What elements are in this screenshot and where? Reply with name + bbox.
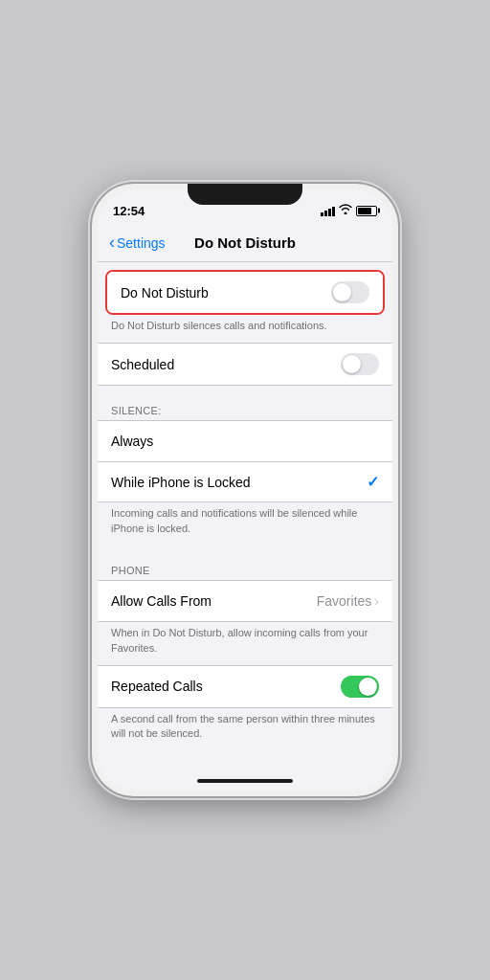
dnd-toggle[interactable]: [331, 281, 369, 303]
silence-section: Always While iPhone is Locked ✓: [98, 420, 392, 502]
back-chevron-icon: ‹: [109, 233, 115, 253]
spacer-2: [98, 546, 392, 557]
always-label: Always: [111, 434, 153, 449]
checkmark-icon: ✓: [367, 473, 379, 491]
silence-header: SILENCE:: [98, 397, 392, 420]
status-icons: [321, 204, 377, 217]
dnd-highlight-wrapper: Do Not Disturb: [98, 270, 392, 315]
wifi-icon: [339, 204, 352, 217]
dnd-toggle-label: Do Not Disturb: [121, 285, 209, 301]
battery-icon: [356, 206, 377, 216]
home-indicator: [98, 771, 392, 791]
allow-calls-description: When in Do Not Disturb, allow incoming c…: [98, 622, 392, 665]
repeated-calls-toggle[interactable]: [341, 676, 379, 698]
phone-group: PHONE Allow Calls From Favorites › When …: [98, 557, 392, 751]
status-time: 12:54: [113, 204, 145, 218]
dnd-driving-header: DO NOT DISTURB WHILE DRIVING: [98, 763, 392, 771]
allow-calls-value: Favorites: [317, 593, 372, 609]
repeated-calls-item: Repeated Calls: [98, 666, 392, 707]
dnd-toggle-item: Do Not Disturb: [107, 272, 383, 313]
phone-frame: 12:54: [92, 184, 398, 796]
phone-section: Allow Calls From Favorites ›: [98, 580, 392, 622]
scheduled-item: Scheduled: [98, 344, 392, 385]
allow-calls-item[interactable]: Allow Calls From Favorites ›: [98, 581, 392, 621]
dnd-driving-group: DO NOT DISTURB WHILE DRIVING Activate Ma…: [98, 763, 392, 771]
scheduled-label: Scheduled: [111, 357, 174, 372]
while-locked-item[interactable]: While iPhone is Locked ✓: [98, 461, 392, 501]
scheduled-toggle[interactable]: [341, 353, 379, 375]
dnd-toggle-thumb: [333, 283, 351, 301]
allow-calls-value-wrapper: Favorites ›: [317, 593, 379, 609]
dnd-toggle-section: Do Not Disturb: [105, 270, 385, 315]
nav-bar: ‹ Settings Do Not Disturb: [98, 224, 392, 262]
dnd-description: Do Not Disturb silences calls and notifi…: [98, 315, 392, 343]
screen: 12:54: [98, 189, 392, 791]
scheduled-section: Scheduled: [98, 343, 392, 386]
phone-header: PHONE: [98, 557, 392, 580]
silence-group: SILENCE: Always While iPhone is Locked ✓…: [98, 397, 392, 546]
spacer-3: [98, 751, 392, 763]
content-area: Do Not Disturb Do Not Disturb silences c…: [98, 262, 392, 771]
signal-icon: [321, 206, 335, 216]
repeated-calls-thumb: [359, 678, 377, 696]
always-item[interactable]: Always: [98, 421, 392, 461]
back-button[interactable]: ‹ Settings: [109, 233, 166, 253]
allow-calls-label: Allow Calls From: [111, 593, 212, 609]
back-label: Settings: [117, 235, 166, 251]
repeated-calls-section: Repeated Calls: [98, 665, 392, 708]
page-title: Do Not Disturb: [194, 234, 296, 251]
scheduled-toggle-thumb: [343, 355, 361, 373]
spacer-1: [98, 386, 392, 397]
repeated-calls-description: A second call from the same person withi…: [98, 708, 392, 751]
repeated-calls-label: Repeated Calls: [111, 679, 203, 694]
home-bar: [197, 779, 293, 783]
allow-calls-chevron: ›: [374, 593, 379, 609]
notch: [188, 184, 302, 205]
while-locked-description: Incoming calls and notifications will be…: [98, 502, 392, 546]
while-locked-label: While iPhone is Locked: [111, 475, 251, 490]
